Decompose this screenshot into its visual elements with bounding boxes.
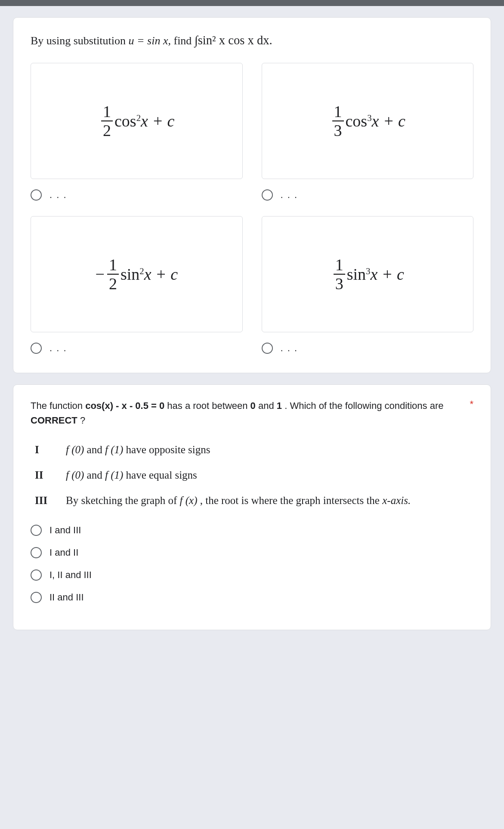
q2-choice-0-label: I and III (49, 525, 81, 536)
f0: f (0) (66, 444, 84, 455)
numerator: 1 (101, 103, 113, 121)
post: x-axis. (382, 495, 411, 506)
numerator: 1 (334, 257, 345, 274)
q1-option-0-image[interactable]: 1 2 cos2 x + c (31, 63, 243, 179)
q2-statements: I f (0) and f (1) have opposite signs II… (35, 440, 473, 510)
q2-equation: cos(x) - x - 0.5 = 0 (85, 400, 164, 411)
q1-text-prefix: By using substitution (31, 34, 129, 47)
q1-options-grid: 1 2 cos2 x + c . . . (31, 63, 473, 356)
q1-option-1-radio[interactable]: . . . (262, 188, 474, 202)
q2-one: 1 (277, 400, 282, 411)
radio-icon (262, 189, 273, 201)
q2-zero: 0 (250, 400, 256, 411)
mid: and (87, 444, 105, 455)
q1-prompt: By using substitution u = sin x, find ∫s… (31, 31, 473, 50)
statement-I: I f (0) and f (1) have opposite signs (35, 440, 473, 459)
f0: f (x) (180, 495, 198, 506)
fn: cos (346, 111, 368, 130)
statement-rn: II (35, 465, 66, 485)
q1-option-0-radio[interactable]: . . . (31, 188, 243, 202)
fn: sin (121, 265, 139, 284)
q2-choice-3-label: II and III (49, 592, 84, 603)
statement-body: f (0) and f (1) have opposite signs (66, 440, 473, 459)
sign: − (95, 265, 104, 284)
q2-t2: has a root between (167, 400, 250, 411)
fraction: 1 3 (334, 257, 345, 292)
f1: f (1) (105, 469, 123, 481)
mid: and (87, 469, 105, 481)
statement-rn: I (35, 440, 66, 459)
q1-text-mid: find (173, 34, 194, 47)
q1-option-2-formula: − 1 2 sin2 x + c (95, 257, 178, 292)
q1-option-3-label: . . . (281, 343, 298, 354)
statement-II: II f (0) and f (1) have equal signs (35, 465, 473, 485)
radio-icon (31, 525, 42, 536)
radio-icon (31, 569, 42, 581)
power: 2 (139, 266, 144, 277)
q2-prompt: The function cos(x) - x - 0.5 = 0 has a … (31, 399, 473, 428)
q1-option-0: 1 2 cos2 x + c . . . (31, 63, 243, 202)
power: 2 (136, 113, 141, 124)
q2-t3: and (258, 400, 277, 411)
statement-III: III By sketching the graph of f (x) , th… (35, 491, 473, 510)
q1-option-3-radio[interactable]: . . . (262, 341, 474, 356)
post: have opposite signs (126, 444, 210, 455)
q2-choice-3[interactable]: II and III (31, 590, 473, 605)
f1: f (1) (105, 444, 123, 455)
q1-substitution: u = sin x, (129, 34, 171, 47)
q2-t4: . Which of the following conditions are (284, 400, 443, 411)
question-card-2: * The function cos(x) - x - 0.5 = 0 has … (13, 384, 491, 630)
q1-integral: ∫sin² x cos x dx. (195, 34, 272, 47)
q1-option-3-image[interactable]: 1 3 sin3 x + c (262, 216, 474, 332)
statement-rn: III (35, 491, 66, 510)
q1-option-3: 1 3 sin3 x + c . . . (262, 216, 474, 356)
radio-icon (262, 343, 273, 354)
q2-t1: The function (31, 400, 85, 411)
q1-option-2-image[interactable]: − 1 2 sin2 x + c (31, 216, 243, 332)
q1-option-1-image[interactable]: 1 3 cos3 x + c (262, 63, 474, 179)
q2-choice-1-label: I and II (49, 547, 78, 558)
denominator: 3 (332, 121, 344, 139)
q2-choice-2[interactable]: I, II and III (31, 568, 473, 582)
denominator: 2 (101, 121, 113, 139)
q1-option-2: − 1 2 sin2 x + c . . . (31, 216, 243, 356)
radio-icon (31, 547, 42, 558)
q1-option-1-formula: 1 3 cos3 x + c (330, 103, 405, 139)
q2-choice-2-label: I, II and III (49, 569, 92, 581)
statement-body: By sketching the graph of f (x) , the ro… (66, 491, 473, 510)
pre: By sketching the graph of (66, 495, 180, 506)
radio-icon (31, 592, 42, 603)
q1-option-0-label: . . . (49, 189, 67, 201)
fn: sin (347, 265, 366, 284)
q2-t5: ? (80, 415, 85, 426)
numerator: 1 (107, 257, 119, 274)
q2-choices: I and III I and II I, II and III II and … (31, 523, 473, 605)
browser-topbar (0, 0, 504, 6)
denominator: 2 (107, 274, 119, 292)
numerator: 1 (332, 103, 344, 121)
tail: x + c (372, 111, 405, 130)
radio-icon (31, 189, 42, 201)
q2-correct: CORRECT (31, 415, 77, 426)
tail: x + c (141, 111, 174, 130)
mid: , the root is where the graph intersects… (200, 495, 382, 506)
denominator: 3 (334, 274, 345, 292)
power: 3 (366, 266, 370, 277)
tail: x + c (370, 265, 404, 284)
q1-option-1-label: . . . (281, 189, 298, 201)
fn: cos (114, 111, 136, 130)
fraction: 1 2 (101, 103, 113, 139)
q2-choice-0[interactable]: I and III (31, 523, 473, 538)
f0: f (0) (66, 469, 84, 481)
power: 3 (367, 113, 371, 124)
q2-choice-1[interactable]: I and II (31, 545, 473, 560)
q1-option-0-formula: 1 2 cos2 x + c (99, 103, 174, 139)
required-indicator: * (470, 399, 473, 410)
fraction: 1 2 (107, 257, 119, 292)
fraction: 1 3 (332, 103, 344, 139)
q1-option-2-radio[interactable]: . . . (31, 341, 243, 356)
question-card-1: By using substitution u = sin x, find ∫s… (13, 17, 491, 373)
form-container: By using substitution u = sin x, find ∫s… (0, 17, 504, 647)
q1-option-1: 1 3 cos3 x + c . . . (262, 63, 474, 202)
radio-icon (31, 343, 42, 354)
